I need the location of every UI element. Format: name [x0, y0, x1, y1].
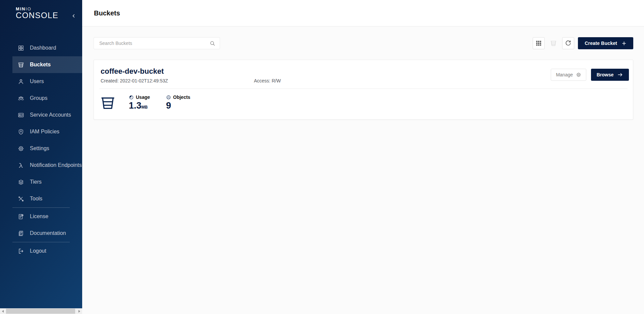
objects-value: 9 [166, 101, 190, 110]
arrow-right-icon [617, 72, 623, 78]
usage-value: 1.3MB [129, 101, 150, 110]
minio-console-logo: MINIO CONSOLE [16, 7, 58, 19]
manage-label: Manage [556, 72, 573, 77]
sidebar-item-tiers[interactable]: Tiers [12, 174, 82, 190]
sidebar: MINIO CONSOLE Dashboard Buckets Users Gr… [0, 0, 82, 314]
sidebar-item-label: License [30, 213, 48, 219]
sidebar-item-label: Tiers [30, 179, 42, 185]
notification-endpoints-icon [18, 162, 24, 169]
sidebar-item-dashboard[interactable]: Dashboard [12, 40, 82, 56]
buckets-icon [18, 62, 24, 68]
logout-icon [18, 248, 24, 254]
bucket-created: Created: 2022-01-02T12:49:53Z [101, 78, 254, 83]
service-accounts-icon [18, 112, 24, 118]
bucket-card-top: coffee-dev-bucket Created: 2022-01-02T12… [94, 60, 633, 83]
toolbar-actions: Create Bucket [533, 37, 633, 49]
sidebar-item-documentation[interactable]: Documentation [12, 225, 82, 242]
settings-icon [18, 145, 24, 152]
manage-button[interactable]: Manage [551, 69, 586, 81]
sidebar-item-license[interactable]: License [12, 208, 82, 225]
sidebar-menu: Dashboard Buckets Users Groups Service A… [0, 26, 82, 308]
objects-icon [166, 95, 171, 100]
tiers-icon [18, 179, 24, 185]
grid-view-icon [535, 40, 542, 47]
content-area: Create Bucket coffee-dev-bucket Created:… [82, 26, 644, 314]
chevron-left-icon [71, 14, 76, 18]
usage-unit: MB [142, 105, 148, 110]
page-title: Buckets [94, 9, 120, 17]
sidebar-item-groups[interactable]: Groups [12, 90, 82, 107]
sidebar-item-service-accounts[interactable]: Service Accounts [12, 107, 82, 123]
sidebar-item-label: Notification Endpoints [30, 162, 82, 168]
license-icon [18, 213, 24, 220]
objects-label-row: Objects [166, 95, 190, 100]
refresh-button[interactable] [562, 37, 574, 49]
scrollbar-left-arrow[interactable] [0, 308, 6, 314]
plus-icon [622, 41, 627, 46]
usage-number: 1.3 [129, 101, 142, 111]
usage-label: Usage [136, 95, 150, 100]
sidebar-item-label: IAM Policies [30, 129, 59, 135]
bucket-title-block: coffee-dev-bucket Created: 2022-01-02T12… [101, 67, 281, 83]
main-area: Buckets [82, 0, 644, 314]
dashboard-icon [18, 45, 24, 51]
bucket-card-actions: Manage Browse [551, 69, 629, 83]
grid-view-button[interactable] [533, 37, 545, 49]
sidebar-item-label: Buckets [30, 62, 51, 68]
iam-policies-icon [18, 129, 24, 135]
page-header: Buckets [82, 0, 644, 26]
bucket-meta: Created: 2022-01-02T12:49:53Z Access: R/… [101, 78, 281, 83]
sidebar-collapse-button[interactable] [70, 12, 77, 19]
console-wordmark: CONSOLE [16, 11, 58, 19]
bucket-icon [100, 95, 116, 111]
search-icon [209, 40, 216, 47]
scrollbar-thumb[interactable] [6, 309, 75, 314]
tools-icon [18, 196, 24, 202]
sidebar-item-label: Service Accounts [30, 112, 71, 118]
create-bucket-label: Create Bucket [585, 41, 617, 46]
sidebar-item-label: Tools [30, 196, 42, 202]
users-icon [18, 78, 24, 85]
create-bucket-button[interactable]: Create Bucket [578, 37, 633, 49]
gear-icon [576, 72, 581, 77]
search-input[interactable] [99, 40, 209, 46]
usage-label-row: Usage [129, 95, 150, 100]
sidebar-item-iam-policies[interactable]: IAM Policies [12, 123, 82, 140]
sidebar-item-users[interactable]: Users [12, 73, 82, 90]
search-box [94, 37, 220, 49]
bucket-access: Access: R/W [254, 78, 281, 83]
documentation-icon [18, 230, 24, 237]
sidebar-item-label: Users [30, 78, 44, 84]
groups-icon [18, 95, 24, 102]
sidebar-item-label: Settings [30, 145, 49, 151]
sidebar-item-logout[interactable]: Logout [12, 243, 82, 259]
sidebar-menu-divider [12, 207, 70, 208]
objects-stat: Objects 9 [166, 95, 190, 110]
minio-wordmark-light: IO [25, 6, 31, 11]
usage-pie-icon [129, 95, 134, 100]
sidebar-item-notification-endpoints[interactable]: Notification Endpoints [12, 157, 82, 174]
scrollbar-track[interactable] [6, 308, 76, 314]
sidebar-horizontal-scrollbar[interactable] [0, 308, 82, 314]
browse-label: Browse [597, 72, 614, 77]
sidebar-item-label: Groups [30, 95, 47, 101]
sidebar-item-label: Documentation [30, 230, 66, 236]
sidebar-item-buckets[interactable]: Buckets [12, 56, 82, 73]
sidebar-item-label: Logout [30, 248, 46, 254]
buckets-toolbar: Create Bucket [94, 37, 633, 49]
triangle-left-icon [2, 310, 4, 313]
triangle-right-icon [78, 310, 80, 313]
bucket-card[interactable]: coffee-dev-bucket Created: 2022-01-02T12… [94, 60, 633, 120]
bucket-name[interactable]: coffee-dev-bucket [101, 67, 281, 75]
logo-row: MINIO CONSOLE [0, 0, 82, 26]
scrollbar-right-arrow[interactable] [76, 308, 82, 314]
sidebar-item-settings[interactable]: Settings [12, 140, 82, 157]
objects-label: Objects [173, 95, 190, 100]
list-view-button [548, 37, 558, 49]
sidebar-menu-divider [12, 242, 70, 242]
sidebar-item-tools[interactable]: Tools [12, 190, 82, 207]
browse-button[interactable]: Browse [591, 69, 629, 81]
bucket-list-icon [550, 40, 557, 47]
bucket-card-stats: Usage 1.3MB Objects 9 [94, 89, 633, 111]
refresh-icon [565, 40, 572, 47]
